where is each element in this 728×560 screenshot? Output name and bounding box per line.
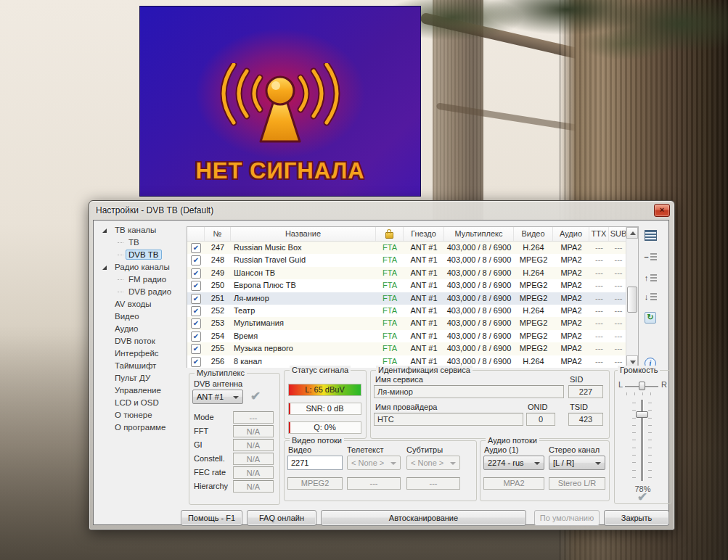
header-slot[interactable]: Гнездо xyxy=(404,227,444,241)
table-scrollbar[interactable] xyxy=(626,227,638,367)
table-row[interactable]: ✔250Европа Плюс ТВFTAANT #1403,000 / 8 /… xyxy=(187,279,638,292)
header-checkbox-col[interactable] xyxy=(187,227,205,241)
mux-panel-title: Мультиплекс xyxy=(195,368,247,377)
video-pid-input[interactable]: 2271 xyxy=(287,456,343,470)
sidebar-item[interactable]: Интерфейс xyxy=(96,347,185,360)
close-dialog-button[interactable]: Закрыть xyxy=(604,510,669,526)
header-mux[interactable]: Мультиплекс xyxy=(444,227,514,241)
table-row[interactable]: ✔255Музыка первогоFTAANT #1403,000 / 8 /… xyxy=(187,342,638,355)
table-row[interactable]: ✔249Шансон ТВFTAANT #1403,000 / 8 / 6900… xyxy=(187,267,638,279)
channel-checkbox[interactable]: ✔ xyxy=(187,267,205,279)
channel-audio-codec: MPA2 xyxy=(553,292,589,305)
header-access[interactable] xyxy=(376,227,404,241)
channel-name: Ля-минор xyxy=(231,292,376,305)
audio-select[interactable]: 2274 - rus xyxy=(483,456,544,470)
sidebar-item[interactable]: О тюнере xyxy=(96,409,185,421)
move-up-button[interactable]: ↑ xyxy=(643,271,658,286)
header-name[interactable]: Название xyxy=(231,227,376,241)
channel-name: Шансон ТВ xyxy=(231,267,376,279)
close-icon: × xyxy=(660,205,664,214)
tree-expand-icon[interactable] xyxy=(102,265,107,270)
channel-audio-codec: MPA2 xyxy=(553,342,589,355)
move-down-button[interactable]: ↓ xyxy=(643,290,658,305)
sidebar-item[interactable]: LCD и OSD xyxy=(96,397,185,409)
list-lines-icon xyxy=(650,253,657,262)
help-button[interactable]: Помощь - F1 xyxy=(181,510,242,526)
delete-all-button[interactable]: ↻ xyxy=(643,310,658,325)
faq-button[interactable]: FAQ онлайн xyxy=(247,510,316,526)
video-window[interactable]: НЕТ СИГНАЛА xyxy=(139,6,421,197)
volume-thumb[interactable] xyxy=(636,411,648,418)
channel-audio-codec: MPA2 xyxy=(553,305,589,317)
sidebar-item[interactable]: Видео xyxy=(96,310,185,323)
header-video[interactable]: Видео xyxy=(514,227,553,241)
channel-checkbox[interactable]: ✔ xyxy=(187,292,205,305)
channel-checkbox[interactable]: ✔ xyxy=(187,342,205,355)
channel-video-codec: H.264 xyxy=(514,267,553,279)
subtitles-select[interactable]: < None > xyxy=(406,456,460,470)
stereo-select[interactable]: [L / R] xyxy=(549,456,605,470)
antenna-apply-check-icon[interactable]: ✔ xyxy=(250,389,261,404)
mux-field-row: Mode--- xyxy=(189,411,279,425)
channel-checkbox[interactable]: ✔ xyxy=(187,279,205,292)
select-columns-button[interactable] xyxy=(643,228,658,243)
header-ttx[interactable]: TTX xyxy=(589,227,609,241)
channel-slot: ANT #1 xyxy=(404,279,444,292)
sidebar-item[interactable]: FM радио xyxy=(96,273,185,286)
table-row[interactable]: ✔248Russian Travel GuidFTAANT #1403,000 … xyxy=(187,254,638,266)
sidebar-item[interactable]: DVB поток xyxy=(96,335,185,347)
channel-video-codec: MPEG2 xyxy=(514,330,553,342)
antenna-value: ANT #1 xyxy=(197,392,224,401)
sidebar-item[interactable]: ТВ xyxy=(96,236,185,249)
table-row[interactable]: ✔247Russian Music BoxFTAANT #1403,000 / … xyxy=(187,242,638,254)
channel-checkbox[interactable]: ✔ xyxy=(187,355,205,368)
header-audio[interactable]: Аудио xyxy=(553,227,589,241)
scroll-up-icon[interactable] xyxy=(626,227,638,239)
onid-field: 0 xyxy=(526,413,555,426)
channel-checkbox[interactable]: ✔ xyxy=(187,330,205,342)
balance-thumb[interactable] xyxy=(639,382,645,390)
header-number[interactable]: № xyxy=(205,227,231,241)
mute-check-icon[interactable]: ✔ xyxy=(637,490,647,505)
channel-checkbox[interactable]: ✔ xyxy=(187,254,205,266)
tree-guide-line xyxy=(118,242,123,244)
sidebar-item[interactable]: Радио каналы xyxy=(96,261,185,273)
sidebar-item-label: Аудио xyxy=(112,324,141,334)
sidebar-item[interactable]: Аудио xyxy=(96,323,185,335)
sidebar-item-label: DVB радио xyxy=(126,287,174,297)
tree-expand-icon[interactable] xyxy=(102,228,107,233)
channel-video-codec: H.264 xyxy=(514,355,553,368)
sidebar-item[interactable]: Пульт ДУ xyxy=(96,372,185,384)
sidebar-item-label: FM радио xyxy=(126,274,169,284)
sidebar-item[interactable]: DVB радио xyxy=(96,286,185,298)
sidebar-item[interactable]: Управление xyxy=(96,384,185,397)
table-row[interactable]: ✔251Ля-минорFTAANT #1403,000 / 8 / 6900M… xyxy=(187,292,638,305)
channel-name: Время xyxy=(231,330,376,342)
table-row[interactable]: ✔252ТеатрFTAANT #1403,000 / 8 / 6900H.26… xyxy=(187,305,638,317)
channel-checkbox[interactable]: ✔ xyxy=(187,317,205,329)
remove-channel-button[interactable]: – xyxy=(643,250,658,265)
close-button[interactable]: × xyxy=(654,204,670,217)
titlebar[interactable]: Настройки - DVB ТВ (Default) × xyxy=(89,201,674,220)
teletext-select[interactable]: < None > xyxy=(347,456,401,470)
signal-snr-text: SNR: 0 dB xyxy=(306,404,344,413)
teletext-codec-field: --- xyxy=(347,477,401,490)
channel-ttx: --- xyxy=(589,254,609,266)
defaults-button[interactable]: По умолчанию xyxy=(534,510,600,526)
sidebar-item[interactable]: Таймшифт xyxy=(96,360,185,372)
autoscan-button[interactable]: Автосканирование xyxy=(321,510,526,526)
sidebar-item[interactable]: ТВ каналы xyxy=(96,224,185,236)
grid-icon xyxy=(645,230,657,241)
table-row[interactable]: ✔254ВремяFTAANT #1403,000 / 8 / 6900MPEG… xyxy=(187,330,638,342)
sidebar-item[interactable]: AV входы xyxy=(96,298,185,310)
channel-checkbox[interactable]: ✔ xyxy=(187,242,205,254)
table-row[interactable]: ✔253МультиманияFTAANT #1403,000 / 8 / 69… xyxy=(187,317,638,329)
scrollbar-thumb[interactable] xyxy=(627,287,637,313)
antenna-select[interactable]: ANT #1 xyxy=(192,390,243,404)
audio-streams-panel: Аудио потоки Аудио (1) Стерео канал 2274… xyxy=(480,440,610,501)
sidebar-item[interactable]: DVB ТВ xyxy=(96,249,185,261)
sidebar-item-label: ТВ каналы xyxy=(112,225,159,235)
channel-checkbox[interactable]: ✔ xyxy=(187,305,205,317)
sidebar-item[interactable]: О программе xyxy=(96,421,185,434)
channel-access: FTA xyxy=(376,242,404,254)
